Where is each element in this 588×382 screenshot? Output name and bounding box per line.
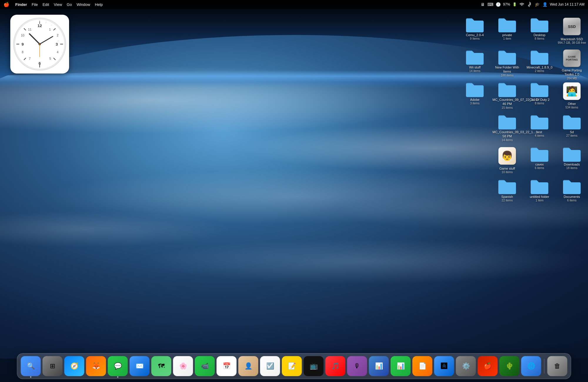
menubar-app-name[interactable]: Finder bbox=[15, 2, 27, 7]
folder-icon-img bbox=[530, 17, 549, 33]
dock-icon-music: 🎵 bbox=[331, 363, 339, 369]
dock-icon-finder: 🔍 bbox=[27, 363, 35, 369]
dock-item-calendar[interactable]: 📅 bbox=[217, 356, 237, 376]
desktop-icon-cavex[interactable]: cavex 6 items bbox=[523, 144, 556, 176]
dock-icon-maps: 🗺 bbox=[158, 363, 165, 369]
desktop-icon-cemu_2.0-4[interactable]: Cemu_2.0-4 9 Items bbox=[459, 15, 491, 47]
icon-label: cavex bbox=[535, 162, 544, 166]
desktop-icon-mc_countries_09_07_22_0...0-46_pm[interactable]: MC_Countries_09_07_22_0...0-46 PM 15 ite… bbox=[491, 79, 523, 112]
dock-item-messages[interactable]: 💬 bbox=[108, 356, 128, 376]
dock-item-contacts[interactable]: 👤 bbox=[238, 356, 258, 376]
apple-menu[interactable]: 🍎 bbox=[4, 2, 9, 7]
desktop-icon-test[interactable]: test 4 items bbox=[523, 112, 556, 144]
desktop-icon-documents[interactable]: Documents 6 items bbox=[556, 176, 588, 209]
menubar-view[interactable]: View bbox=[54, 2, 62, 7]
desktop-icon-sd[interactable]: Sd 27 items bbox=[556, 112, 588, 144]
dock-icon-firefox: 🦊 bbox=[92, 363, 100, 369]
bluetooth-icon bbox=[527, 2, 532, 7]
desktop-icon-call_of_duty_2[interactable]: Call Of Duty 2 8 items bbox=[523, 79, 556, 112]
desktop-icon-private[interactable]: private 1 item bbox=[491, 15, 523, 47]
svg-text:11: 11 bbox=[28, 28, 31, 31]
folder-icon-img bbox=[562, 179, 581, 195]
desktop-icon-minecraft_1.8.9_0[interactable]: Minecraft_1.8.9_0 2 items bbox=[523, 47, 556, 79]
svg-text:5: 5 bbox=[49, 57, 51, 60]
dock-item-podcasts[interactable]: 🎙 bbox=[347, 356, 367, 376]
dock-item-maps[interactable]: 🗺 bbox=[151, 356, 171, 376]
svg-text:4: 4 bbox=[57, 50, 59, 54]
desktop-icon-macintosh_ssd[interactable]: SSD Macintosh SSD 994.7 GB, 38 GB free bbox=[556, 15, 588, 47]
dock-item-rbw[interactable]: 🍎 bbox=[478, 356, 498, 376]
dock-icon-launchpad: ⊞ bbox=[50, 363, 55, 369]
desktop-icon-untitled_folder[interactable]: untitled folder 1 item bbox=[523, 176, 556, 209]
menubar-file[interactable]: File bbox=[32, 2, 38, 7]
screen-icon: 🖥 bbox=[480, 2, 485, 7]
icon-sublabel: 14 items bbox=[469, 69, 480, 73]
dock-item-keynote[interactable]: 📊 bbox=[369, 356, 389, 376]
user-icon: 👤 bbox=[542, 2, 547, 7]
icon-sublabel: 9 Items bbox=[470, 37, 480, 40]
folder-icon-img bbox=[465, 82, 484, 98]
icon-label: Game Porting Toolkit-1.0 bbox=[557, 68, 587, 77]
desktop-icon-spanish[interactable]: Spanish 22 items bbox=[491, 176, 523, 209]
dock-item-mail[interactable]: ✉️ bbox=[130, 356, 150, 376]
dock-icon-photos: 🌸 bbox=[179, 363, 187, 369]
icon-sublabel: 6 items bbox=[567, 199, 577, 202]
icon-label: Call Of Duty 2 bbox=[529, 98, 549, 102]
dock-icon-rbw: 🍎 bbox=[484, 363, 492, 369]
dock-item-reminders[interactable]: ☑️ bbox=[260, 356, 280, 376]
dock-item-notes[interactable]: 📝 bbox=[282, 356, 302, 376]
desktop-icon-empty bbox=[459, 176, 491, 209]
menubar-help[interactable]: Help bbox=[95, 2, 103, 7]
dock-item-pages[interactable]: 📄 bbox=[412, 356, 432, 376]
dock-item-launchpad[interactable]: ⊞ bbox=[43, 356, 63, 376]
desktop-icon-mc_countries_09_03_22_1...1-58_pm[interactable]: MC_Countries_09_03_22_1...1-58 PM 14 ite… bbox=[491, 112, 523, 144]
dock-item-system-settings[interactable]: ⚙️ bbox=[456, 356, 476, 376]
desktop-icon-adobe[interactable]: Adobe 3 items bbox=[459, 79, 491, 112]
dock-icon-safari: 🧭 bbox=[70, 363, 78, 369]
dock-icon-settings: ⚙️ bbox=[462, 363, 470, 369]
dock-item-browser[interactable]: 🌐 bbox=[521, 356, 541, 376]
dock-item-firefox[interactable]: 🦊 bbox=[86, 356, 106, 376]
desktop-icon-wii_stuff[interactable]: Wii stuff 14 items bbox=[459, 47, 491, 79]
svg-text:2: 2 bbox=[57, 34, 59, 37]
desktop-icon-other[interactable]: 🧑‍💻 Other 534 items bbox=[556, 79, 588, 112]
icon-sublabel: 4 items bbox=[535, 134, 544, 137]
icon-label: Other bbox=[568, 102, 576, 106]
menubar-go[interactable]: Go bbox=[67, 2, 72, 7]
folder-icon-img bbox=[530, 146, 549, 162]
dock-item-apple-tv[interactable]: 📺 bbox=[304, 356, 324, 376]
icon-label: Downloads bbox=[564, 162, 580, 166]
icon-label: Game stuff bbox=[499, 166, 515, 171]
folder-icon-img bbox=[498, 82, 517, 98]
desktop-icon-game_stuff[interactable]: 👦 Game stuff 10 items bbox=[491, 144, 523, 176]
svg-text:7: 7 bbox=[29, 57, 31, 60]
wifi-icon bbox=[519, 2, 524, 7]
dock-item-music[interactable]: 🎵 bbox=[325, 356, 345, 376]
datetime: Wed Jun 14 11:17 AM bbox=[550, 2, 584, 6]
icon-sublabel: 188 items bbox=[501, 74, 513, 77]
folder-icon-img bbox=[498, 49, 517, 65]
menubar-edit[interactable]: Edit bbox=[43, 2, 49, 7]
dock-icon-contacts: 👤 bbox=[244, 363, 252, 369]
icon-sublabel: 14 items bbox=[502, 139, 513, 142]
clock-svg: 12 3 6 9 1 2 4 5 7 8 10 11 bbox=[14, 18, 65, 71]
icon-label: Desktop bbox=[534, 33, 545, 37]
icon-label: MC_Countries_09_07_22_0...0-46 PM bbox=[492, 98, 522, 106]
dock-item-baja[interactable]: 🌵 bbox=[500, 356, 519, 376]
dock-item-trash[interactable]: 🗑 bbox=[547, 356, 567, 376]
icon-label: New Folder With Items bbox=[492, 65, 522, 74]
dock-item-photos[interactable]: 🌸 bbox=[173, 356, 193, 376]
desktop-icon-downloads[interactable]: Downloads 18 items bbox=[556, 144, 588, 176]
dock-item-numbers[interactable]: 📊 bbox=[391, 356, 411, 376]
dock-item-finder[interactable]: 🔍 bbox=[21, 356, 41, 376]
desktop-icon-game_porting_toolkit-1.0[interactable]: GAMEPORTING Game Porting Toolkit-1.0 284… bbox=[556, 47, 588, 79]
menubar-left: 🍎 Finder File Edit View Go Window Help bbox=[4, 2, 103, 7]
dock-icon-baja: 🌵 bbox=[505, 363, 513, 369]
menubar-window[interactable]: Window bbox=[76, 2, 90, 7]
desktop-icon-desktop[interactable]: Desktop 8 Items bbox=[523, 15, 556, 47]
dock-item-facetime[interactable]: 📹 bbox=[195, 356, 215, 376]
dock-icon-browser: 🌐 bbox=[527, 363, 535, 369]
desktop-icon-new_folder_with_items[interactable]: New Folder With Items 188 items bbox=[491, 47, 523, 79]
dock-item-app-store[interactable]: 🅰 bbox=[434, 356, 454, 376]
dock-item-safari[interactable]: 🧭 bbox=[64, 356, 84, 376]
